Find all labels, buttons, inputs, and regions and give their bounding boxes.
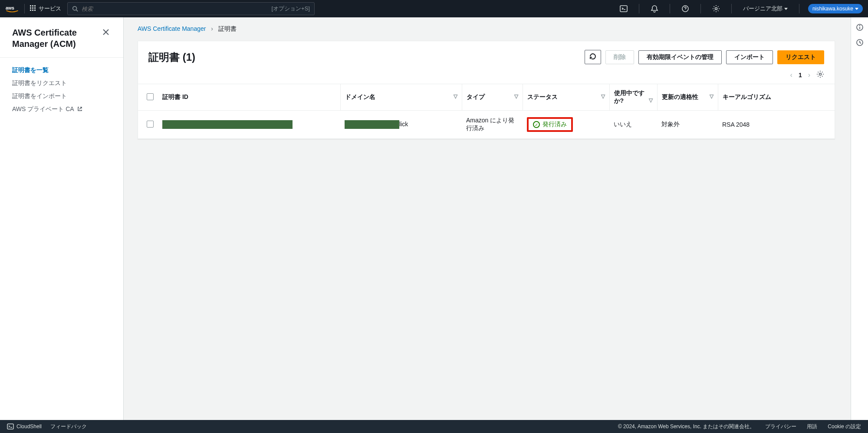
notifications-icon[interactable] (644, 5, 664, 13)
panel-title: 証明書 (1) (148, 50, 195, 64)
breadcrumb-root[interactable]: AWS Certificate Manager (138, 25, 206, 32)
col-id[interactable]: 証明書 ID (158, 84, 340, 111)
svg-rect-5 (32, 7, 33, 9)
sort-icon: ▽ (454, 93, 457, 99)
sidebar-header: AWS Certificate Manager (ACM) (0, 17, 123, 58)
breadcrumb: AWS Certificate Manager › 証明書 (138, 25, 835, 33)
sort-icon: ▽ (514, 93, 518, 99)
table-settings[interactable] (816, 70, 824, 79)
col-domain[interactable]: ドメイン名▽ (340, 84, 462, 111)
search-box[interactable]: [オプション+S] (67, 2, 315, 15)
cloudshell-icon[interactable] (614, 5, 634, 13)
search-input[interactable] (82, 6, 272, 12)
search-icon (72, 6, 78, 12)
sort-icon: ▽ (649, 97, 653, 103)
chevron-right-icon: › (211, 25, 213, 32)
svg-rect-9 (34, 10, 36, 11)
import-button[interactable]: インポート (726, 50, 773, 64)
delete-button[interactable]: 削除 (605, 50, 634, 64)
caret-down-icon (784, 8, 788, 10)
sidebar-item-request[interactable]: 証明書をリクエスト (0, 77, 123, 90)
table-row[interactable]: lick Amazon により発行済み ✓ 発行済み いいえ 対象外 RSA 2… (138, 111, 835, 139)
app-body: AWS Certificate Manager (ACM) 証明書を一覧 証明書… (0, 17, 868, 420)
svg-point-17 (819, 73, 822, 75)
svg-rect-6 (34, 7, 36, 9)
topnav-right: バージニア北部 nishikawa.kosuke (614, 4, 863, 13)
manage-expiry-button[interactable]: 有効期限イベントの管理 (638, 50, 722, 64)
grid-icon (30, 5, 36, 13)
svg-rect-4 (30, 7, 31, 9)
svg-rect-3 (34, 5, 36, 7)
sort-icon: ▽ (710, 93, 713, 99)
sidebar-item-list[interactable]: 証明書を一覧 (0, 64, 123, 77)
info-icon[interactable] (856, 23, 864, 33)
col-algo[interactable]: キーアルゴリズム (718, 84, 835, 111)
cell-algo: RSA 2048 (718, 111, 835, 139)
external-link-icon (77, 106, 82, 113)
help-icon[interactable] (675, 5, 695, 13)
region-label: バージニア北部 (743, 5, 783, 13)
account-label: nishikawa.kosuke (812, 6, 853, 12)
cell-status: ✓ 発行済み (523, 111, 609, 139)
top-nav: aws サービス [オプション+S] バージニア北部 nishikawa.kos… (0, 0, 868, 17)
separator (24, 4, 25, 13)
search-hint: [オプション+S] (272, 5, 310, 13)
redacted-domain (345, 120, 399, 129)
svg-point-14 (715, 8, 717, 10)
refresh-button[interactable] (585, 50, 601, 64)
cell-domain: lick (340, 111, 462, 139)
panel-header: 証明書 (1) 削除 有効期限イベントの管理 インポート リクエスト (138, 41, 835, 68)
account-menu[interactable]: nishikawa.kosuke (808, 4, 863, 13)
check-circle-icon: ✓ (533, 121, 540, 128)
status-text: 発行済み (542, 121, 567, 128)
services-menu[interactable]: サービス (30, 5, 61, 13)
cell-type: Amazon により発行済み (462, 111, 523, 139)
sidebar-title: AWS Certificate Manager (ACM) (12, 27, 101, 49)
pagination: ‹ 1 › (138, 68, 835, 84)
region-selector[interactable]: バージニア北部 (737, 5, 794, 13)
panel-actions: 削除 有効期限イベントの管理 インポート リクエスト (585, 50, 824, 64)
col-renewal[interactable]: 更新の適格性▽ (657, 84, 718, 111)
redacted-id (162, 120, 293, 129)
sidebar: AWS Certificate Manager (ACM) 証明書を一覧 証明書… (0, 17, 124, 420)
clock-icon[interactable] (856, 39, 864, 48)
right-rail (851, 17, 868, 420)
services-label: サービス (39, 5, 61, 13)
svg-rect-7 (30, 10, 31, 11)
caret-down-icon (855, 8, 858, 10)
certificates-panel: 証明書 (1) 削除 有効期限イベントの管理 インポート リクエスト ‹ 1 › (138, 41, 835, 139)
select-all-checkbox[interactable] (147, 93, 154, 100)
svg-point-10 (73, 7, 77, 10)
row-checkbox[interactable] (147, 121, 154, 128)
request-button[interactable]: リクエスト (777, 50, 824, 64)
svg-point-20 (859, 26, 860, 26)
main-content: AWS Certificate Manager › 証明書 証明書 (1) 削除… (124, 17, 851, 420)
table-header-row: 証明書 ID ドメイン名▽ タイプ▽ ステータス▽ 使用中ですか?▽ 更新の適格… (138, 84, 835, 111)
svg-rect-8 (32, 10, 33, 11)
page-next: › (808, 71, 810, 79)
settings-icon[interactable] (706, 5, 726, 13)
col-inuse[interactable]: 使用中ですか?▽ (609, 84, 657, 111)
breadcrumb-current: 証明書 (218, 25, 237, 32)
sidebar-item-import[interactable]: 証明書をインポート (0, 90, 123, 103)
cell-inuse: いいえ (609, 111, 657, 139)
certificates-table: 証明書 ID ドメイン名▽ タイプ▽ ステータス▽ 使用中ですか?▽ 更新の適格… (138, 84, 835, 139)
aws-logo[interactable]: aws (5, 5, 19, 13)
sidebar-close[interactable] (101, 27, 111, 39)
sidebar-item-privateca[interactable]: AWS プライベート CA (0, 103, 123, 116)
page-prev: ‹ (790, 71, 792, 79)
svg-rect-1 (30, 5, 31, 7)
svg-text:aws: aws (6, 5, 14, 10)
sidebar-nav: 証明書を一覧 証明書をリクエスト 証明書をインポート AWS プライベート CA (0, 58, 123, 122)
col-type[interactable]: タイプ▽ (462, 84, 523, 111)
status-badge: ✓ 発行済み (527, 117, 573, 132)
svg-line-11 (76, 10, 78, 12)
cell-renewal: 対象外 (657, 111, 718, 139)
sort-icon: ▽ (601, 93, 605, 99)
page-number: 1 (799, 72, 802, 79)
svg-rect-2 (32, 5, 33, 7)
col-status[interactable]: ステータス▽ (523, 84, 609, 111)
cell-id (158, 111, 340, 139)
